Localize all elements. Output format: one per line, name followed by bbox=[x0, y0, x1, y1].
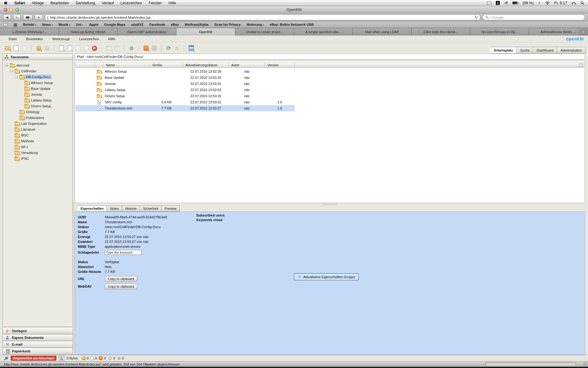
tree-item-body[interactable]: + Lab Organization bbox=[14, 121, 48, 126]
input-source-icon[interactable]: 1 bbox=[496, 1, 500, 5]
toolbar-icon[interactable] bbox=[124, 45, 135, 52]
column-header-version[interactable]: Version bbox=[265, 62, 295, 68]
toolbar-icon[interactable] bbox=[74, 45, 81, 52]
address-bar[interactable]: ( http://msc.charite.de/docs/es.git.open… bbox=[45, 14, 480, 20]
top-sites-icon[interactable]: ▦ bbox=[13, 23, 17, 27]
toolbar-icon[interactable] bbox=[31, 45, 42, 52]
browser-tab[interactable]: Hang-up during refresh bbox=[59, 28, 118, 36]
column-header-size[interactable]: Größe bbox=[150, 62, 183, 68]
browser-tab[interactable]: A simple question abo... bbox=[294, 28, 353, 36]
column-header-date[interactable]: Aktualisierungsdatum bbox=[183, 62, 229, 68]
mac-menu-item[interactable]: Bearbeiten bbox=[51, 1, 69, 5]
bookmark-item[interactable]: Wohnung bbox=[247, 23, 264, 26]
mac-menu-item[interactable]: Verlauf bbox=[102, 1, 114, 5]
file-row[interactable]: + Alfresco Setup 22.07.2010 13:52:26 rat… bbox=[76, 68, 295, 75]
file-row[interactable]: + Labkey Setup 22.07.2010 13:53:53 ratz bbox=[76, 87, 295, 93]
sidebar-panel[interactable]: ✉ Eigene Dokumente bbox=[2, 334, 73, 341]
spotlight-icon[interactable] bbox=[580, 1, 584, 5]
url-text[interactable]: http://msc.charite.de/docs/es.git.openkm… bbox=[50, 16, 473, 19]
sidebar-panel[interactable]: ✉ Vorlagen bbox=[2, 328, 73, 334]
tree-item-body[interactable]: + NF-I bbox=[14, 144, 29, 149]
openkm-menu-item[interactable]: Bearbeiten bbox=[26, 37, 43, 41]
tree-item-body[interactable]: + Ontology bbox=[19, 109, 41, 114]
detail-tab[interactable]: Notes bbox=[107, 205, 122, 212]
tree-item-body[interactable]: + okm:root bbox=[9, 63, 31, 67]
bookmarks-book-icon[interactable] bbox=[3, 23, 8, 27]
bluetooth-icon[interactable]: ᛒ bbox=[538, 1, 541, 5]
tree-item[interactable]: + Joomla bbox=[3, 91, 73, 97]
toolbar-icon[interactable] bbox=[4, 45, 11, 52]
window-resize-grip[interactable] bbox=[583, 362, 588, 366]
detail-tab[interactable]: Historie bbox=[122, 205, 140, 212]
menu-clock[interactable]: Fr. 9:17 bbox=[554, 1, 567, 5]
tree-item[interactable]: + Literature bbox=[3, 126, 73, 132]
toolbar-icon[interactable] bbox=[161, 45, 172, 52]
tree-item[interactable]: + MSC bbox=[3, 132, 73, 138]
toolbar-icon[interactable] bbox=[83, 45, 89, 52]
workspace-tab[interactable]: Arbeitsplatz bbox=[490, 47, 517, 53]
browser-tab[interactable]: Mail when using LDAP bbox=[353, 28, 412, 36]
toolbar-icon[interactable] bbox=[184, 45, 194, 52]
tree-item-body[interactable]: + Literature bbox=[14, 127, 36, 132]
tree-item-body[interactable]: + MSC bbox=[14, 133, 30, 137]
column-header-name[interactable]: Name bbox=[104, 62, 150, 68]
openkm-menu-item[interactable]: Datei bbox=[9, 37, 17, 41]
apple-icon[interactable] bbox=[4, 1, 8, 5]
browser-tab[interactable]: 1-Zimmer-Wohnung i... bbox=[0, 28, 59, 36]
toolbar-icon[interactable] bbox=[21, 45, 28, 52]
toolbar-icon[interactable] bbox=[173, 45, 180, 52]
detail-tab[interactable]: Eigenschaften bbox=[77, 205, 107, 212]
tree-item-body[interactable]: + Verwaltung bbox=[14, 150, 39, 155]
toolbar-icon[interactable] bbox=[151, 45, 157, 52]
toolbar-icon[interactable] bbox=[54, 45, 65, 52]
file-row[interactable]: + Omero Setup 22.07.2010 13:53:31 ratz bbox=[76, 93, 295, 99]
close-window-button[interactable] bbox=[4, 8, 7, 12]
collapse-icon[interactable] bbox=[5, 64, 8, 67]
tree-item-body[interactable]: + Methods bbox=[14, 139, 35, 143]
tree-item[interactable]: + DB-Config-Docu bbox=[3, 74, 73, 80]
toolbar-icon[interactable] bbox=[13, 45, 19, 52]
search-field[interactable]: ▾ Google bbox=[482, 14, 585, 20]
reload-icon[interactable]: ↻ bbox=[475, 15, 478, 20]
toolbar-icon[interactable] bbox=[138, 45, 149, 52]
new-tab-button[interactable]: + bbox=[35, 14, 43, 20]
collapse-icon[interactable] bbox=[10, 70, 13, 72]
file-row[interactable]: + Thunderstorm.mm 7.7 KB 22.07.2010 13:5… bbox=[76, 105, 295, 111]
workspace-tab[interactable]: DashBoard bbox=[533, 47, 557, 53]
bookmark-item[interactable]: eBay bbox=[171, 23, 179, 26]
column-header-icon[interactable] bbox=[95, 62, 104, 68]
wifi-icon[interactable] bbox=[545, 1, 550, 5]
sidebar-panel[interactable]: ✉ E-mail bbox=[2, 341, 73, 348]
bookmark-item[interactable]: Scan for Privacy bbox=[214, 23, 241, 26]
screenshot-selection-icon[interactable] bbox=[487, 2, 491, 5]
file-row[interactable]: + Base Update 22.07.2010 13:53:20 ratz bbox=[76, 75, 295, 81]
file-row[interactable]: + SRV config 5.6 KB 22.07.2010 13:53:31 … bbox=[76, 99, 295, 105]
workspace-tab[interactable]: Suche bbox=[517, 47, 533, 53]
tree-item[interactable]: + NF-I bbox=[3, 144, 73, 150]
file-name[interactable]: Alfresco Setup bbox=[104, 70, 150, 73]
minimize-window-button[interactable] bbox=[9, 8, 13, 12]
detail-tab[interactable]: Preview bbox=[161, 205, 180, 212]
search-engine-dropdown-icon[interactable]: ▾ bbox=[490, 16, 491, 19]
window-title-bar[interactable]: OpenKM bbox=[0, 6, 588, 13]
tree-item-body[interactable]: + CellFinder bbox=[14, 69, 38, 73]
file-name[interactable]: Joomla bbox=[104, 82, 150, 86]
tree-item[interactable]: + Methods bbox=[3, 138, 73, 144]
horizontal-splitter[interactable] bbox=[75, 203, 585, 205]
column-header-author[interactable]: Autor bbox=[229, 62, 265, 68]
file-name[interactable]: Base Update bbox=[104, 76, 150, 79]
toolbar-icon[interactable] bbox=[91, 45, 98, 52]
tree-item-body[interactable]: + DB-Config-Docu bbox=[19, 75, 52, 79]
file-name[interactable]: Omero Setup bbox=[104, 94, 150, 98]
mac-menu-item[interactable]: Safari bbox=[14, 1, 25, 5]
collapse-icon[interactable] bbox=[15, 75, 18, 78]
file-name[interactable]: Labkey Setup bbox=[104, 88, 150, 92]
tree-item[interactable]: + okm:root bbox=[3, 62, 73, 68]
taxonomy-header[interactable]: Taxonomie bbox=[3, 54, 73, 60]
mac-menu-item[interactable]: Hilfe bbox=[168, 1, 176, 5]
tree-item[interactable]: + Lab Organization bbox=[3, 121, 73, 126]
tree-item[interactable]: + Verwaltung bbox=[3, 150, 73, 155]
tree-item-body[interactable]: + iPSC bbox=[14, 156, 30, 161]
openkm-menu-item[interactable]: Hilfe bbox=[108, 37, 115, 41]
mac-menu-item[interactable]: Darstellung bbox=[76, 1, 95, 5]
